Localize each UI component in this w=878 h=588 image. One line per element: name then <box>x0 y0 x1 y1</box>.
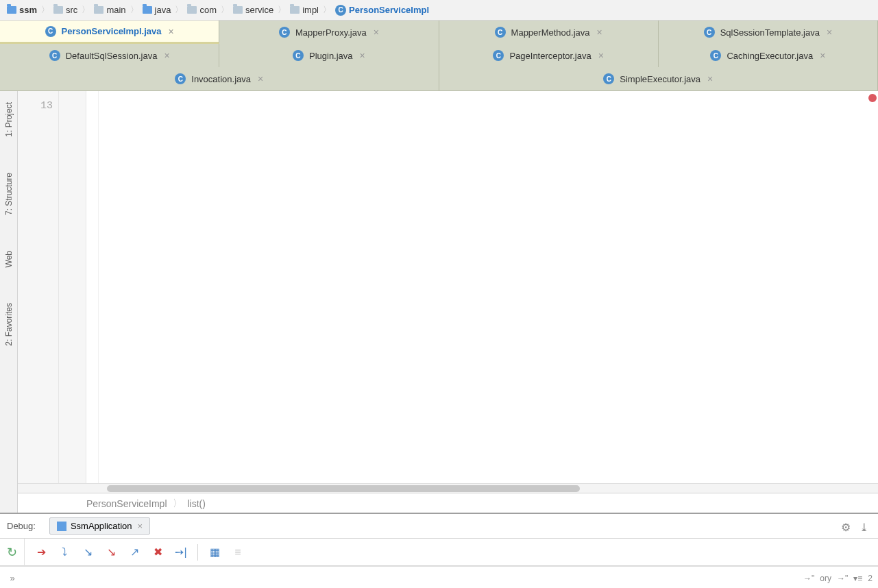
breadcrumb-item[interactable]: ssm <box>4 5 40 15</box>
tool-window-button[interactable]: 7: Structure <box>4 169 14 219</box>
step-into-icon[interactable]: ↘ <box>81 546 95 559</box>
chevron-right-icon: 〉 <box>323 4 331 16</box>
force-step-into-icon[interactable]: ↘ <box>104 546 118 559</box>
chevron-right-icon: 〉 <box>175 4 183 16</box>
tab-label: DefaultSqlSession.java <box>66 51 158 61</box>
breadcrumb-item[interactable]: src <box>51 5 80 15</box>
folder-icon <box>290 6 300 14</box>
drop-frame-icon[interactable]: ✖ <box>151 546 164 559</box>
class-icon: C <box>175 73 186 84</box>
tool-window-button[interactable]: 1: Project <box>4 98 14 141</box>
tab-label: Plugin.java <box>309 51 353 61</box>
breadcrumb-class[interactable]: PersonServiceImpl <box>86 498 167 509</box>
spring-boot-icon <box>57 522 66 531</box>
count-label: 2 <box>868 574 873 583</box>
code-area[interactable] <box>99 91 878 483</box>
class-icon: C <box>710 50 721 61</box>
error-stripe-icon[interactable] <box>868 94 877 102</box>
editor-tab[interactable]: CDefaultSqlSession.java× <box>0 44 219 67</box>
fold-strip[interactable] <box>86 91 99 483</box>
class-icon: C <box>335 5 346 16</box>
pin-icon[interactable]: →" <box>803 574 814 583</box>
breadcrumb-item[interactable]: service <box>230 5 276 15</box>
code-editor[interactable]: 13 <box>18 91 878 483</box>
show-exec-point-icon[interactable]: ➔ <box>34 546 48 559</box>
close-icon[interactable]: × <box>598 50 604 61</box>
close-icon[interactable]: × <box>360 50 365 61</box>
debug-label: Debug: <box>7 521 36 531</box>
tool-window-button[interactable]: 2: Favorites <box>4 299 14 350</box>
close-icon[interactable]: × <box>707 73 713 84</box>
editor-tabs: CPersonServiceImpl.java×CMapperProxy.jav… <box>0 21 878 91</box>
line-number-gutter: 13 <box>18 91 59 483</box>
line-number[interactable]: 13 <box>18 95 58 117</box>
close-icon[interactable]: × <box>164 50 169 61</box>
chevron-right-icon: 〉 <box>82 4 90 16</box>
class-icon: C <box>495 27 506 38</box>
close-icon[interactable]: × <box>138 521 143 531</box>
class-icon: C <box>603 73 614 84</box>
close-icon[interactable]: × <box>169 26 174 37</box>
more-icon[interactable]: ≡ <box>231 546 245 559</box>
breadcrumb-item[interactable]: CPersonServiceImpl <box>332 5 432 16</box>
breadcrumb-method[interactable]: list() <box>188 498 206 509</box>
chevron-right-icon: 〉 <box>130 4 138 16</box>
tab-label: Invocation.java <box>191 74 251 84</box>
class-icon: C <box>49 50 60 61</box>
breadcrumb-label: java <box>155 5 171 15</box>
tab-label: PersonServiceImpl.java <box>62 26 162 36</box>
breadcrumb-label: impl <box>302 5 319 15</box>
editor-tab[interactable]: CSqlSessionTemplate.java× <box>659 21 878 44</box>
editor-tab[interactable]: CSimpleExecutor.java× <box>439 67 879 90</box>
close-icon[interactable]: × <box>258 73 263 84</box>
debug-run-config-tab[interactable]: SsmApplication × <box>49 517 150 535</box>
editor-tab[interactable]: CMapperProxy.java× <box>219 21 439 44</box>
breadcrumb-item[interactable]: com <box>184 5 219 15</box>
fold-cell[interactable] <box>86 95 98 117</box>
run-to-cursor-icon[interactable]: ➙| <box>174 546 188 559</box>
breadcrumb-item[interactable]: main <box>91 5 128 15</box>
editor-tab[interactable]: CInvocation.java× <box>0 67 439 90</box>
close-icon[interactable]: × <box>596 27 602 38</box>
editor-tab[interactable]: CPlugin.java× <box>219 44 439 67</box>
close-icon[interactable]: × <box>820 50 825 61</box>
tab-label: SimpleExecutor.java <box>620 74 700 84</box>
tab-label: MapperMethod.java <box>511 27 590 38</box>
rerun-button[interactable]: ↻ <box>0 539 25 566</box>
breadcrumb-label: main <box>106 5 125 15</box>
chevron-right-icon: 〉 <box>41 4 49 16</box>
filter-icon[interactable]: ▾≡ <box>853 574 862 583</box>
more-tabs-icon[interactable]: » <box>0 573 25 583</box>
chevron-right-icon: 〉 <box>278 4 286 16</box>
chevron-right-icon: 〉 <box>221 4 229 16</box>
step-over-icon[interactable]: ⤵ <box>58 546 71 559</box>
debug-run-name: SsmApplication <box>71 521 132 531</box>
tool-window-button[interactable]: Web <box>4 247 14 271</box>
tab-label: SqlSessionTemplate.java <box>720 27 820 38</box>
close-icon[interactable]: × <box>827 27 832 38</box>
editor-breadcrumb[interactable]: PersonServiceImpl 〉 list() <box>18 493 878 513</box>
breadcrumb-label: com <box>199 5 217 15</box>
editor-tab[interactable]: CCachingExecutor.java× <box>659 44 878 67</box>
left-tool-window-bar: 1: Project7: StructureWeb2: Favorites <box>0 91 18 513</box>
step-out-icon[interactable]: ↗ <box>127 546 141 559</box>
tab-label: CachingExecutor.java <box>727 51 813 61</box>
folder-icon <box>7 6 16 14</box>
folder-icon <box>187 6 197 14</box>
close-icon[interactable]: × <box>374 27 379 38</box>
arrow-icon[interactable]: →" <box>837 574 848 583</box>
breadcrumb-item[interactable]: impl <box>287 5 321 15</box>
history-label[interactable]: ory <box>820 574 831 583</box>
evaluate-icon[interactable]: ▦ <box>208 546 221 559</box>
editor-tab[interactable]: CMapperMethod.java× <box>439 21 659 44</box>
breadcrumb-label: src <box>66 5 77 15</box>
debug-step-actions: ➔ ⤵ ↘ ↘ ↗ ✖ ➙| ▦ ≡ <box>25 544 245 561</box>
breadcrumb-item[interactable]: java <box>140 5 174 15</box>
gutter-icons[interactable] <box>59 91 86 483</box>
editor-tab[interactable]: CPageInterceptor.java× <box>439 44 659 67</box>
download-icon[interactable]: ⤓ <box>859 521 868 534</box>
gear-icon[interactable]: ⚙ <box>841 521 851 534</box>
horizontal-scrollbar[interactable] <box>18 483 878 493</box>
gutter-icon-cell[interactable] <box>59 95 86 117</box>
editor-tab[interactable]: CPersonServiceImpl.java× <box>0 21 219 44</box>
